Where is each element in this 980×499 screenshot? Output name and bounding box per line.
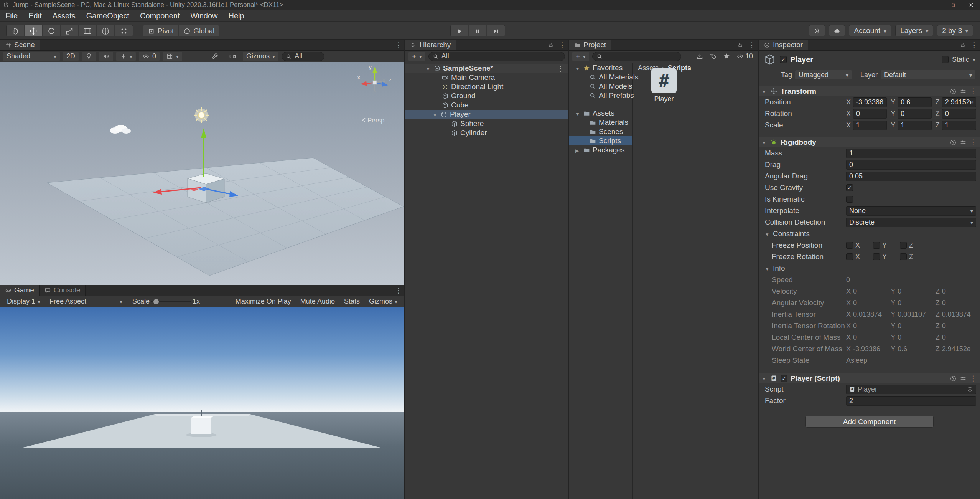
foldout-icon[interactable]	[575, 146, 581, 154]
object-picker-icon[interactable]	[967, 386, 973, 392]
project-folder-packages[interactable]: Packages	[569, 145, 632, 155]
freeze-rotation-x-checkbox[interactable]	[846, 253, 853, 260]
rotation-z-field[interactable]: 0	[942, 109, 976, 119]
scale-z-field[interactable]: 1	[942, 121, 976, 130]
scene-visibility-toggle[interactable]: 0	[139, 52, 160, 61]
scene-panel-menu-icon[interactable]	[393, 40, 404, 50]
menu-gameobject[interactable]: GameObject	[81, 10, 135, 22]
help-icon[interactable]	[950, 375, 957, 382]
tab-hierarchy[interactable]: Hierarchy	[405, 40, 456, 50]
shading-mode-dropdown[interactable]: Shaded	[3, 52, 60, 61]
transform-component-header[interactable]: Transform	[759, 86, 980, 96]
tab-inspector[interactable]: Inspector	[759, 40, 808, 50]
project-favorite-all-materials[interactable]: All Materials	[569, 73, 632, 82]
layout-dropdown[interactable]: 2 by 3	[937, 25, 973, 36]
freeze-position-x-checkbox[interactable]	[846, 242, 853, 249]
position-y-field[interactable]: 0.6	[898, 97, 931, 107]
foldout-icon[interactable]	[433, 110, 438, 119]
is-kinematic-checkbox[interactable]	[846, 196, 853, 203]
scale-y-field[interactable]: 1	[898, 121, 931, 130]
project-favorite-all-models[interactable]: All Models	[569, 82, 632, 91]
tab-scene[interactable]: Scene	[0, 40, 40, 50]
component-menu-icon[interactable]	[970, 138, 977, 147]
grid-visibility-dropdown[interactable]	[163, 52, 182, 61]
angular-drag-field[interactable]: 0.05	[846, 172, 976, 181]
step-button[interactable]	[487, 25, 505, 36]
game-panel-menu-icon[interactable]	[393, 285, 404, 296]
lock-icon[interactable]	[545, 40, 557, 50]
hierarchy-search-input[interactable]: All	[428, 52, 565, 61]
lock-icon[interactable]	[735, 40, 746, 50]
menu-help[interactable]: Help	[223, 10, 250, 22]
menu-window[interactable]: Window	[185, 10, 223, 22]
move-tool-button[interactable]	[25, 25, 43, 36]
project-folder-materials[interactable]: Materials	[569, 118, 632, 127]
aspect-ratio-dropdown[interactable]: Free Aspect	[46, 296, 126, 307]
presets-icon[interactable]	[960, 139, 967, 146]
favorites-filter-button[interactable]	[721, 52, 732, 61]
scale-x-field[interactable]: 1	[853, 121, 887, 130]
minimize-button[interactable]	[927, 0, 945, 10]
freeze-position-z-checkbox[interactable]	[900, 242, 907, 249]
global-toggle-button[interactable]: Global	[179, 25, 219, 36]
search-by-label-button[interactable]	[708, 52, 718, 61]
foldout-icon[interactable]	[575, 64, 581, 72]
menu-file[interactable]: File	[0, 10, 23, 22]
scene-effects-dropdown[interactable]	[116, 52, 136, 61]
layers-dropdown[interactable]: Layers	[895, 25, 933, 36]
mass-field[interactable]: 1	[846, 149, 976, 158]
pivot-toggle-button[interactable]: Pivot	[143, 25, 179, 36]
project-search-input[interactable]	[592, 52, 681, 61]
foldout-icon[interactable]	[762, 139, 767, 146]
close-button[interactable]	[962, 0, 980, 10]
search-by-type-button[interactable]	[695, 52, 705, 61]
cloud-services-button[interactable]	[829, 25, 845, 36]
menu-assets[interactable]: Assets	[47, 10, 81, 22]
scale-slider[interactable]	[151, 297, 191, 306]
static-checkbox[interactable]	[942, 56, 949, 63]
play-button[interactable]	[451, 25, 469, 36]
scene-options-icon[interactable]	[557, 64, 564, 73]
presets-icon[interactable]	[960, 375, 967, 382]
gameobject-active-checkbox[interactable]	[780, 56, 787, 63]
component-menu-icon[interactable]	[970, 374, 977, 383]
hierarchy-item-player[interactable]: Player	[405, 110, 568, 119]
presets-icon[interactable]	[960, 88, 967, 95]
create-asset-button[interactable]	[572, 52, 589, 61]
inspector-panel-menu-icon[interactable]	[968, 40, 980, 50]
constraints-foldout[interactable]: Constraints	[759, 228, 980, 240]
project-folder-assets[interactable]: Assets	[569, 109, 632, 118]
account-dropdown[interactable]: Account	[849, 25, 891, 36]
hierarchy-item-directional-light[interactable]: Directional Light	[405, 82, 568, 91]
hierarchy-item-cube[interactable]: Cube	[405, 101, 568, 110]
rigidbody-component-header[interactable]: Rigidbody	[759, 137, 980, 147]
script-enabled-checkbox[interactable]	[781, 375, 787, 382]
pause-button[interactable]	[469, 25, 487, 36]
lock-icon[interactable]	[957, 40, 968, 50]
tab-console[interactable]: Console	[40, 285, 86, 296]
2d-toggle-button[interactable]: 2D	[63, 52, 79, 61]
custom-tools-button[interactable]	[115, 25, 133, 36]
scale-tool-button[interactable]	[61, 25, 79, 36]
scene-viewport[interactable]: y x z Persp	[0, 62, 404, 285]
rotation-x-field[interactable]: 0	[853, 109, 887, 119]
hierarchy-item-sphere[interactable]: Sphere	[405, 119, 568, 128]
hierarchy-item-samplescene[interactable]: SampleScene*	[405, 64, 568, 73]
project-panel-menu-icon[interactable]	[746, 40, 758, 50]
hierarchy-panel-menu-icon[interactable]	[557, 40, 568, 50]
use-gravity-checkbox[interactable]	[846, 184, 853, 191]
maximize-on-play-toggle[interactable]: Maximize On Play	[232, 296, 295, 307]
project-folder-scenes[interactable]: Scenes	[569, 127, 632, 136]
scene-gizmos-dropdown[interactable]: Gizmos	[243, 52, 278, 61]
project-favorite-all-prefabs[interactable]: All Prefabs	[569, 91, 632, 100]
project-folder-scripts[interactable]: Scripts	[569, 136, 632, 145]
tab-game[interactable]: Game	[0, 285, 40, 296]
game-gizmos-dropdown[interactable]: Gizmos	[365, 296, 401, 307]
tag-dropdown[interactable]: Untagged	[795, 70, 852, 79]
static-dropdown-icon[interactable]	[973, 56, 975, 63]
foldout-icon[interactable]	[426, 64, 431, 73]
drag-field[interactable]: 0	[846, 160, 976, 170]
rotate-tool-button[interactable]	[43, 25, 61, 36]
hierarchy-item-main-camera[interactable]: Main Camera	[405, 73, 568, 82]
help-icon[interactable]	[950, 139, 957, 146]
